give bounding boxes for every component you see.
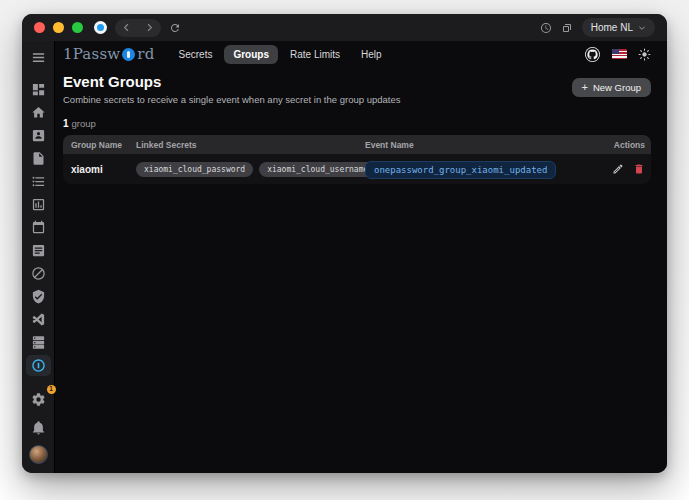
table-header-row: Group Name Linked Secrets Event Name Act… <box>63 135 651 154</box>
sidebar-item-1password[interactable] <box>26 355 51 376</box>
list-icon <box>31 174 46 189</box>
sun-icon[interactable] <box>638 48 651 61</box>
forward-button[interactable] <box>145 23 154 32</box>
desktop-background: Home NL <box>0 0 689 500</box>
tab-secrets[interactable]: Secrets <box>170 45 222 64</box>
secret-chip: xiaomi_cloud_password <box>136 162 253 177</box>
bell-icon <box>31 420 46 435</box>
pencil-icon <box>612 163 624 175</box>
keyhole-circle-icon <box>31 358 46 373</box>
titlebar-right: Home NL <box>540 18 655 37</box>
navigation-pill <box>115 19 161 37</box>
table-row: xiaomi xiaomi_cloud_password xiaomi_clou… <box>63 154 651 184</box>
trash-icon <box>633 163 645 175</box>
plus-icon: + <box>582 82 588 93</box>
new-group-button[interactable]: + New Group <box>572 78 652 97</box>
minimize-window-button[interactable] <box>53 22 64 33</box>
circle-slash-icon <box>31 266 46 281</box>
history-icon[interactable] <box>540 22 552 34</box>
onepassword-logo: 1Passw rd <box>63 45 155 63</box>
gear-icon <box>31 392 46 407</box>
sidebar-item-home-energy[interactable] <box>26 102 51 123</box>
main-content: 1Passw rd Secrets Groups Rate Limits Hel… <box>55 41 667 473</box>
file-icon <box>31 151 46 166</box>
event-name-cell: onepassword_group_xiaomi_updated <box>365 159 599 179</box>
group-count: 1group <box>63 118 651 129</box>
home-assistant-icon <box>97 24 104 31</box>
event-name-chip: onepassword_group_xiaomi_updated <box>365 161 556 179</box>
sidebar-item-media[interactable] <box>26 240 51 261</box>
page-title: Event Groups <box>63 73 400 90</box>
page-subtitle: Combine secrets to receive a single even… <box>63 94 400 105</box>
group-count-unit: group <box>72 118 96 129</box>
sidebar-item-settings[interactable]: 1 <box>26 389 51 410</box>
copy-icon[interactable] <box>561 22 573 34</box>
app-body: 1 1Passw rd Secrets <box>22 41 667 473</box>
sidebar-item-dashboard[interactable] <box>26 79 51 100</box>
sidebar-item-notifications[interactable] <box>26 417 51 438</box>
logo-text-post: rd <box>137 45 154 63</box>
back-button[interactable] <box>122 23 131 32</box>
logo-text-pre: 1Passw <box>63 45 120 63</box>
home-icon <box>31 105 46 120</box>
sidebar-item-security[interactable] <box>26 286 51 307</box>
chart-box-icon <box>31 197 46 212</box>
sidebar-item-todo-list[interactable] <box>26 171 51 192</box>
edit-group-button[interactable] <box>612 163 624 175</box>
tab-groups[interactable]: Groups <box>224 45 278 64</box>
group-count-value: 1 <box>63 118 69 129</box>
sidebar-item-calendar[interactable] <box>26 217 51 238</box>
server-stack-icon <box>31 335 46 350</box>
profile-button[interactable]: Home NL <box>582 18 655 37</box>
actions-cell <box>599 163 651 175</box>
sidebar: 1 <box>22 41 55 473</box>
github-icon[interactable] <box>584 46 601 63</box>
tab-help[interactable]: Help <box>352 45 391 64</box>
header-right <box>584 46 651 63</box>
group-name-cell: xiaomi <box>63 164 136 175</box>
event-groups-page: Event Groups Combine secrets to receive … <box>55 67 667 473</box>
delete-group-button[interactable] <box>633 163 645 175</box>
chevron-down-icon <box>638 24 646 32</box>
profile-label: Home NL <box>591 22 633 33</box>
app-window: Home NL <box>22 14 667 473</box>
user-avatar[interactable] <box>29 445 48 464</box>
column-header-linked-secrets: Linked Secrets <box>136 140 365 150</box>
menu-icon <box>31 50 46 65</box>
sidebar-bottom: 1 <box>26 389 51 464</box>
sidebar-item-history[interactable] <box>26 194 51 215</box>
traffic-lights <box>34 22 83 33</box>
refresh-button[interactable] <box>169 22 181 34</box>
sidebar-menu-button[interactable] <box>26 47 51 68</box>
sidebar-item-drawing[interactable] <box>26 263 51 284</box>
tab-rate-limits[interactable]: Rate Limits <box>281 45 349 64</box>
sidebar-item-notes[interactable] <box>26 148 51 169</box>
main-nav: Secrets Groups Rate Limits Help <box>170 45 391 64</box>
column-header-event-name: Event Name <box>365 140 599 150</box>
close-window-button[interactable] <box>34 22 45 33</box>
dashboard-icon <box>31 82 46 97</box>
app-favicon <box>94 21 107 34</box>
app-header: 1Passw rd Secrets Groups Rate Limits Hel… <box>55 41 667 67</box>
secret-chip: xiaomi_cloud_username <box>259 162 376 177</box>
sidebar-item-vscode[interactable] <box>26 309 51 330</box>
column-header-group-name: Group Name <box>63 140 136 150</box>
sidebar-item-logbook[interactable] <box>26 125 51 146</box>
calendar-icon <box>31 220 46 235</box>
new-group-label: New Group <box>593 82 641 93</box>
shield-check-icon <box>31 289 46 304</box>
us-flag-icon[interactable] <box>612 49 627 59</box>
groups-table: Group Name Linked Secrets Event Name Act… <box>63 135 651 184</box>
column-header-actions: Actions <box>599 140 651 150</box>
linked-secrets-cell: xiaomi_cloud_password xiaomi_cloud_usern… <box>136 162 365 177</box>
zoom-window-button[interactable] <box>72 22 83 33</box>
page-head: Event Groups Combine secrets to receive … <box>63 73 651 105</box>
media-server-icon <box>31 243 46 258</box>
account-box-icon <box>31 128 46 143</box>
vscode-icon <box>31 312 46 327</box>
keyhole-icon <box>122 48 135 61</box>
sidebar-item-terminal[interactable] <box>26 332 51 353</box>
window-titlebar: Home NL <box>22 14 667 41</box>
